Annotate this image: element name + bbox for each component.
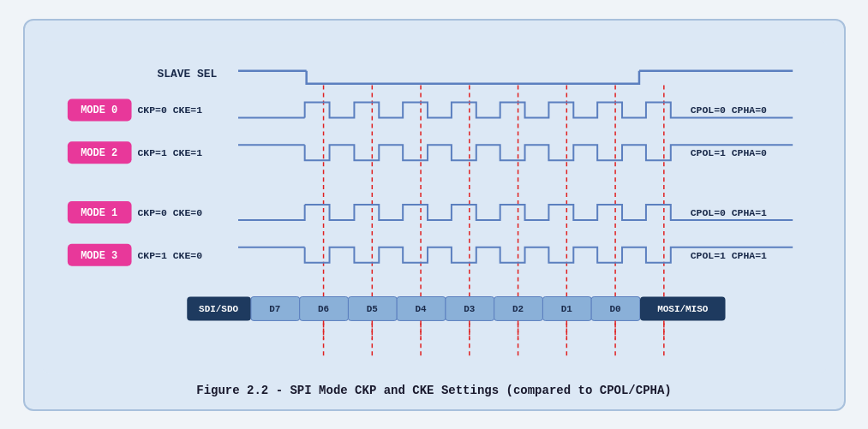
mode1-right: CPOL=0 CPHA=1 [690, 206, 766, 217]
d0-label: D0 [609, 304, 620, 314]
d2-label: D2 [512, 304, 524, 314]
diagram-area: SLAVE SEL MODE 0 CKP=0 CKE=1 [42, 36, 827, 378]
mode1-params: CKP=0 CKE=0 [137, 206, 202, 217]
mode0-right: CPOL=0 CPHA=0 [690, 104, 766, 116]
mode0-badge: MODE 0 [81, 104, 117, 116]
mode0-params: CKP=0 CKE=1 [137, 104, 202, 116]
mode3-right: CPOL=1 CPHA=1 [690, 249, 766, 260]
outer-container: SLAVE SEL MODE 0 CKP=0 CKE=1 [23, 19, 846, 411]
mode3-params: CKP=1 CKE=0 [137, 249, 202, 260]
mode2-right: CPOL=1 CPHA=0 [690, 147, 766, 158]
d1-label: D1 [560, 304, 572, 314]
figure-caption: Figure 2.2 - SPI Mode CKP and CKE Settin… [42, 384, 827, 397]
mode2-badge: MODE 2 [81, 147, 117, 159]
d3-label: D3 [464, 304, 476, 314]
d7-label: D7 [269, 304, 280, 314]
timing-diagram-svg: SLAVE SEL MODE 0 CKP=0 CKE=1 [42, 36, 827, 378]
mode3-badge: MODE 3 [81, 249, 117, 261]
d6-label: D6 [317, 304, 328, 314]
mosi-miso-label: MOSI/MISO [657, 304, 709, 314]
mode2-params: CKP=1 CKE=1 [137, 147, 202, 158]
mode1-badge: MODE 1 [81, 206, 117, 218]
sdi-sdo-label: SDI/SDO [199, 304, 238, 314]
slave-sel-label: SLAVE SEL [157, 67, 217, 80]
d5-label: D5 [366, 304, 377, 314]
d4-label: D4 [415, 304, 427, 314]
